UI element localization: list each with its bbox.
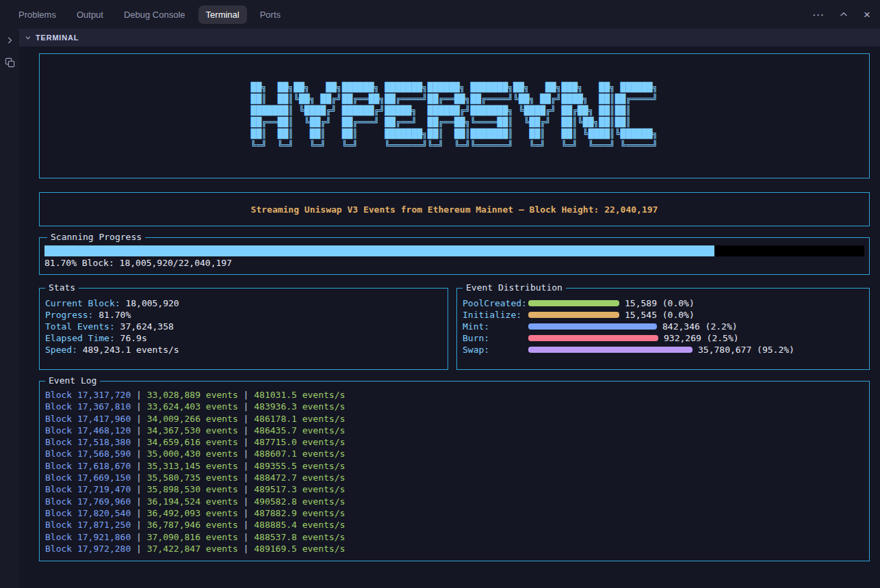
log-separator: | (238, 414, 254, 424)
event-log-row: Block 17,568,590 | 35,000,430 events | 4… (45, 448, 864, 459)
log-separator: | (238, 390, 254, 400)
log-separator: | (238, 401, 254, 412)
close-panel-icon[interactable]: × (864, 9, 870, 21)
log-rate: 488885.4 events/s (254, 520, 345, 530)
log-block: Block 17,618,670 (45, 461, 131, 471)
log-rate: 488607.1 events/s (254, 449, 345, 459)
panel-body: TERMINAL ██╗ ██╗██╗ ██╗██████╗ ███████╗█… (0, 29, 880, 588)
event-log-row: Block 17,317,720 | 33,028,889 events | 4… (45, 389, 864, 401)
log-rate: 486178.1 events/s (254, 414, 345, 424)
progress-bar-fill (44, 245, 714, 256)
log-rate: 488472.7 events/s (254, 472, 345, 483)
log-block: Block 17,367,810 (45, 401, 131, 412)
distribution-value: 35,780,677 (95.2%) (698, 345, 794, 355)
distribution-label: Mint: (463, 321, 528, 332)
stats-distribution-row: Stats Current Block: 18,005,920Progress:… (39, 288, 870, 370)
tab-terminal[interactable]: Terminal (198, 5, 247, 24)
event-log-row: Block 17,669,150 | 35,580,735 events | 4… (45, 472, 864, 483)
log-separator: | (238, 544, 254, 554)
log-block: Block 17,820,540 (45, 508, 131, 518)
event-log-row: Block 17,820,540 | 36,492,093 events | 4… (45, 507, 864, 519)
hypersync-banner-box: ██╗ ██╗██╗ ██╗██████╗ ███████╗██████╗ ██… (39, 53, 870, 178)
log-events: 33,028,889 events (147, 390, 238, 400)
event-log-row: Block 17,618,670 | 35,313,145 events | 4… (45, 460, 864, 472)
log-rate: 489355.5 events/s (254, 461, 345, 471)
more-actions-icon[interactable]: ··· (812, 9, 824, 21)
vscode-bottom-panel: ProblemsOutputDebug ConsoleTerminalPorts… (0, 0, 880, 588)
event-log-row: Block 17,468,120 | 34,367,530 events | 4… (45, 425, 864, 436)
log-events: 36,194,524 events (147, 496, 238, 507)
tab-ports[interactable]: Ports (253, 5, 288, 24)
terminal-content[interactable]: ██╗ ██╗██╗ ██╗██████╗ ███████╗██████╗ ██… (19, 46, 880, 588)
event-log-box: Event Log Block 17,317,720 | 33,028,889 … (39, 381, 870, 561)
log-separator: | (238, 472, 254, 483)
log-separator: | (131, 437, 146, 447)
stat-label: Progress: (45, 310, 99, 320)
stat-label: Elapsed Time: (45, 333, 120, 343)
log-events: 36,787,946 events (147, 520, 238, 530)
panel-tab-bar: ProblemsOutputDebug ConsoleTerminalPorts… (0, 0, 880, 29)
log-block: Block 17,317,720 (45, 390, 131, 400)
log-separator: | (131, 472, 146, 483)
hypersync-ascii-banner: ██╗ ██╗██╗ ██╗██████╗ ███████╗██████╗ ██… (251, 81, 658, 151)
log-block: Block 17,518,380 (45, 437, 131, 447)
stat-value: 81.70% (99, 310, 131, 320)
event-log-row: Block 17,769,960 | 36,194,524 events | 4… (45, 496, 864, 507)
progress-bar (44, 245, 864, 256)
distribution-bar (528, 347, 693, 353)
tab-problems[interactable]: Problems (11, 5, 64, 24)
log-separator: | (238, 449, 254, 459)
log-separator: | (238, 425, 254, 436)
terminal-panel: TERMINAL ██╗ ██╗██╗ ██╗██████╗ ███████╗█… (19, 29, 880, 588)
stat-label: Total Events: (45, 321, 120, 332)
log-block: Block 17,769,960 (45, 496, 131, 507)
event-distribution-box: Event Distribution PoolCreated:15,589 (0… (456, 288, 870, 370)
tab-output[interactable]: Output (69, 5, 111, 24)
stats-box-title: Stats (45, 282, 79, 293)
chevron-right-icon[interactable] (3, 34, 16, 46)
split-view-icon[interactable] (3, 56, 16, 68)
panel-tabs: ProblemsOutputDebug ConsoleTerminalPorts (11, 5, 294, 24)
log-events: 35,313,145 events (147, 461, 238, 471)
event-log-row: Block 17,921,860 | 37,090,816 events | 4… (45, 531, 864, 543)
log-rate: 489169.5 events/s (254, 544, 345, 554)
scanning-progress-title: Scanning Progress (47, 232, 145, 242)
distribution-label: PoolCreated: (463, 298, 528, 308)
distribution-label: Burn: (463, 333, 528, 343)
log-events: 35,898,530 events (147, 484, 238, 494)
maximize-panel-icon[interactable] (839, 10, 849, 19)
event-log-title: Event Log (45, 375, 100, 386)
distribution-row: PoolCreated:15,589 (0.0%) (463, 297, 864, 309)
distribution-row: Swap:35,780,677 (95.2%) (463, 344, 864, 356)
event-log-rows: Block 17,317,720 | 33,028,889 events | 4… (45, 389, 864, 554)
log-separator: | (238, 520, 254, 530)
stat-value: 37,624,358 (120, 321, 174, 332)
distribution-value: 15,545 (0.0%) (625, 310, 695, 320)
event-log-row: Block 17,871,250 | 36,787,946 events | 4… (45, 519, 864, 531)
distribution-value: 932,269 (2.5%) (664, 333, 739, 343)
log-rate: 487715.0 events/s (254, 437, 345, 447)
log-separator: | (131, 414, 146, 424)
terminal-section-header[interactable]: TERMINAL (19, 29, 880, 46)
stats-box: Stats Current Block: 18,005,920Progress:… (39, 288, 448, 370)
log-separator: | (131, 508, 146, 518)
log-separator: | (238, 437, 254, 447)
log-separator: | (131, 461, 146, 471)
stats-rows: Current Block: 18,005,920Progress: 81.70… (45, 297, 442, 356)
event-log-row: Block 17,972,280 | 37,422,847 events | 4… (45, 543, 864, 554)
left-rail (0, 29, 19, 588)
log-events: 33,624,403 events (147, 401, 238, 412)
log-rate: 486435.7 events/s (254, 425, 345, 436)
tab-debug-console[interactable]: Debug Console (116, 5, 193, 24)
log-rate: 490582.8 events/s (254, 496, 345, 507)
log-separator: | (131, 532, 146, 542)
log-block: Block 17,719,470 (45, 484, 131, 494)
distribution-label: Swap: (463, 345, 528, 355)
stat-row: Elapsed Time: 76.9s (45, 332, 442, 344)
chevron-down-icon[interactable] (24, 34, 32, 42)
event-distribution-title: Event Distribution (463, 282, 566, 293)
event-log-row: Block 17,367,810 | 33,624,403 events | 4… (45, 401, 864, 412)
log-separator: | (131, 520, 146, 530)
distribution-value: 15,589 (0.0%) (625, 298, 695, 308)
distribution-bar (528, 335, 658, 341)
